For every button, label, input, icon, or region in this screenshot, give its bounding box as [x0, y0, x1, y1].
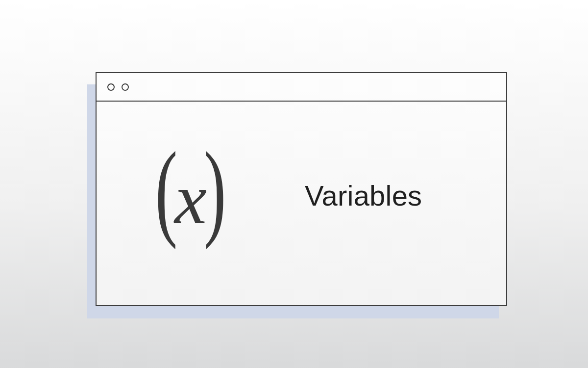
- card-label: Variables: [305, 179, 422, 212]
- variable-x-icon: ( x ): [142, 136, 240, 244]
- paren-right-icon: ): [204, 136, 226, 244]
- window-control-circle-icon: [107, 83, 115, 91]
- illustration-window: ( x ) Variables: [96, 72, 507, 306]
- variable-x-glyph-icon: x: [173, 162, 208, 235]
- window-content: ( x ) Variables: [97, 102, 506, 305]
- window-titlebar: [97, 73, 506, 102]
- stage: ( x ) Variables: [0, 0, 588, 368]
- window-control-circle-icon: [122, 83, 129, 91]
